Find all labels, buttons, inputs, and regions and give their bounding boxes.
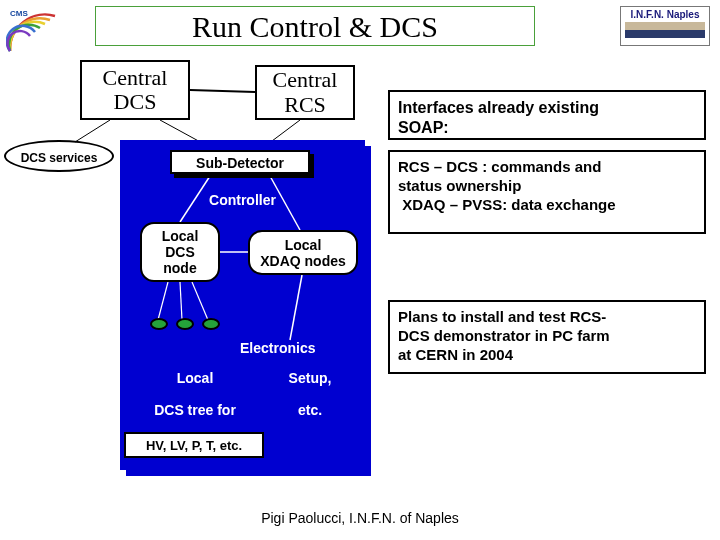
info-plans: Plans to install and test RCS- DCS demon… — [388, 300, 706, 374]
dot-icon — [150, 318, 168, 330]
etc-label: etc. — [270, 402, 350, 418]
central-dcs-box: Central DCS — [80, 60, 190, 120]
svg-line-11 — [290, 275, 302, 340]
dot-icon — [176, 318, 194, 330]
info-plans-line3: at CERN in 2004 — [398, 346, 696, 365]
svg-line-9 — [180, 282, 182, 320]
page-title: Run Control & DCS — [95, 6, 535, 46]
dot-icon — [202, 318, 220, 330]
info-rcs-dcs-line3: XDAQ – PVSS: data exchange — [398, 196, 696, 215]
electronics-dots — [150, 318, 220, 330]
svg-line-10 — [192, 282, 208, 320]
subdetector-panel: Sub-Detector Controller Local DCS node L… — [120, 140, 365, 470]
footer-credit: Pigi Paolucci, I.N.F.N. of Naples — [0, 510, 720, 526]
dcs-tree-label: DCS tree for — [135, 402, 255, 418]
setup-label: Setup, — [270, 370, 350, 386]
central-rcs-line2: RCS — [257, 93, 353, 117]
local-dcs-line1: Local — [142, 228, 218, 244]
svg-text:CMS: CMS — [10, 9, 28, 18]
central-dcs-line1: Central — [82, 66, 188, 90]
controller-label: Controller — [120, 192, 365, 208]
svg-line-1 — [190, 90, 255, 92]
sub-detector-box: Sub-Detector — [170, 150, 310, 174]
info-interfaces-line2: SOAP: — [398, 118, 696, 138]
local-dcs-line3: node — [142, 260, 218, 276]
electronics-label: Electronics — [240, 340, 315, 356]
local-dcs-line2: DCS — [142, 244, 218, 260]
central-dcs-line2: DCS — [82, 90, 188, 114]
local-dcs-node: Local DCS node — [140, 222, 220, 282]
infn-logo: I.N.F.N. Naples — [620, 6, 710, 46]
infn-logo-label: I.N.F.N. Naples — [621, 9, 709, 20]
info-interfaces: Interfaces already existing SOAP: — [388, 90, 706, 140]
dcs-services-ellipse: DCS services — [4, 140, 114, 172]
info-interfaces-line1: Interfaces already existing — [398, 98, 696, 118]
info-plans-line1: Plans to install and test RCS- — [398, 308, 696, 327]
info-rcs-dcs-line1: RCS – DCS : commands and — [398, 158, 696, 177]
svg-line-8 — [158, 282, 168, 320]
local-xdaq-line2: XDAQ nodes — [250, 253, 356, 269]
svg-line-2 — [75, 120, 110, 142]
cms-logo: CMS — [6, 6, 64, 58]
central-rcs-box: Central RCS — [255, 65, 355, 120]
local-xdaq-node: Local XDAQ nodes — [248, 230, 358, 275]
infn-logo-stripe — [625, 22, 705, 38]
local-label: Local — [145, 370, 245, 386]
info-rcs-dcs: RCS – DCS : commands and status ownershi… — [388, 150, 706, 234]
central-rcs-line1: Central — [257, 68, 353, 92]
panel-connectors — [120, 140, 365, 470]
hvlv-box: HV, LV, P, T, etc. — [124, 432, 264, 458]
local-xdaq-line1: Local — [250, 237, 356, 253]
info-plans-line2: DCS demonstrator in PC farm — [398, 327, 696, 346]
info-rcs-dcs-line2: status ownership — [398, 177, 696, 196]
